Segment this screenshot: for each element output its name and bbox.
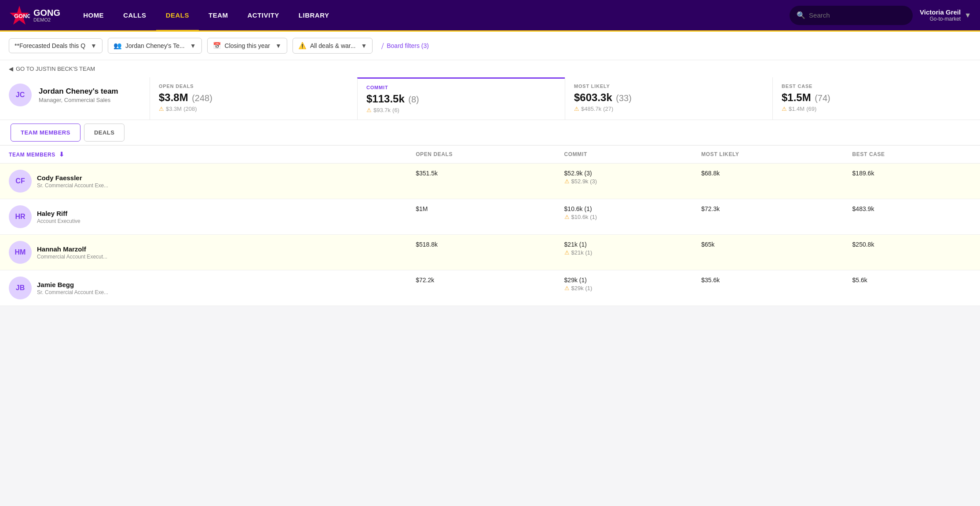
most-likely-sub-amount: $485.7k	[581, 106, 601, 112]
team-section: ◀ GO TO JUSTIN BECK'S TEAM JC Jordan Che…	[0, 60, 980, 306]
best-case-cell: $250.8k	[844, 235, 980, 270]
commit-cell: $21k (1) ⚠ $21k (1)	[556, 235, 693, 270]
open-deals-cell: $351.5k	[407, 164, 555, 199]
most-likely-cell: $35.6k	[692, 270, 843, 306]
col-header-members: TEAM MEMBERS ⬇	[0, 146, 407, 164]
gong-logo-icon: GONG	[9, 5, 30, 26]
team-filter-icon: 👥	[113, 42, 122, 50]
most-likely-cell: $65k	[692, 235, 843, 270]
warning-filter-icon: ⚠️	[298, 42, 307, 50]
nav-activity[interactable]: ACTIVITY	[238, 0, 289, 31]
commit-cell: $10.6k (1) ⚠ $10.6k (1)	[556, 199, 693, 235]
most-likely-sub-count: (27)	[603, 106, 613, 112]
search-icon: 🔍	[797, 11, 805, 19]
most-likely-stat: MOST LIKELY $603.3k (33) ⚠ $485.7k (27)	[565, 77, 772, 120]
member-name: Haley Riff	[37, 210, 80, 217]
table-row[interactable]: HR Haley Riff Account Executive $1M $10.…	[0, 199, 980, 235]
open-deals-amount: $3.8M	[159, 91, 188, 103]
calendar-icon: 📅	[213, 42, 221, 50]
table-row[interactable]: HM Hannah Marzolf Commercial Account Exe…	[0, 235, 980, 270]
most-likely-cell: $72.3k	[692, 199, 843, 235]
search-bar[interactable]: 🔍	[790, 6, 913, 25]
best-case-cell: $483.9k	[844, 199, 980, 235]
svg-text:GONG: GONG	[14, 13, 30, 19]
best-case-warn-icon: ⚠	[782, 106, 787, 112]
search-input[interactable]	[809, 11, 897, 19]
team-role: Manager, Commercial Sales	[39, 97, 118, 103]
open-deals-label: OPEN DEALS	[159, 84, 348, 89]
table-row[interactable]: JB Jamie Begg Sr. Commercial Account Exe…	[0, 270, 980, 306]
nav-home[interactable]: HOME	[73, 0, 113, 31]
open-deals-warn-icon: ⚠	[159, 106, 164, 112]
member-cell: JB Jamie Begg Sr. Commercial Account Exe…	[9, 277, 398, 299]
user-menu-chevron: ▼	[964, 11, 971, 19]
top-navigation: GONG GONG DEMO2 HOME CALLS DEALS TEAM AC…	[0, 0, 980, 32]
commit-amount: $113.5k	[366, 93, 405, 105]
team-members-table: TEAM MEMBERS ⬇ OPEN DEALS COMMIT MOST LI…	[0, 146, 980, 306]
sort-icon[interactable]: ⬇	[59, 151, 65, 158]
nav-team[interactable]: TEAM	[199, 0, 238, 31]
warn-icon: ⚠	[564, 285, 570, 291]
member-cell: CF Cody Faessler Sr. Commercial Account …	[9, 170, 398, 193]
commit-warn-cell: ⚠ $21k (1)	[564, 249, 684, 256]
best-case-label: BEST CASE	[782, 84, 971, 89]
open-deals-sub-amount: $3.3M	[166, 106, 182, 112]
member-avatar: HM	[9, 241, 32, 264]
col-header-open-deals: OPEN DEALS	[407, 146, 555, 164]
logo-demo: DEMO2	[33, 17, 60, 22]
board-filters-button[interactable]: ⧸ Board filters (3)	[381, 42, 429, 50]
member-cell: HR Haley Riff Account Executive	[9, 205, 398, 228]
best-case-amount: $1.5M	[782, 91, 811, 103]
open-deals-cell: $518.8k	[407, 235, 555, 270]
logo-area[interactable]: GONG GONG DEMO2	[9, 5, 60, 26]
tab-bar: TEAM MEMBERS DEALS	[0, 120, 980, 146]
date-filter-chevron: ▼	[275, 42, 282, 49]
most-likely-count: (33)	[616, 93, 632, 103]
date-filter-label: Closing this year	[225, 42, 271, 49]
commit-warn-icon: ⚠	[366, 107, 372, 113]
nav-calls[interactable]: CALLS	[113, 0, 156, 31]
member-avatar: JB	[9, 277, 32, 299]
user-menu[interactable]: Victoria Greil Go-to-market ▼	[920, 8, 971, 22]
back-link[interactable]: ◀ GO TO JUSTIN BECK'S TEAM	[9, 66, 971, 72]
col-header-commit: COMMIT	[556, 146, 693, 164]
logo-text: GONG	[33, 8, 60, 17]
member-role: Account Executive	[37, 218, 80, 224]
tab-deals[interactable]: DEALS	[84, 124, 125, 142]
team-name: Jordan Cheney's team	[39, 87, 118, 96]
open-deals-cell: $72.2k	[407, 270, 555, 306]
data-table-container: TEAM MEMBERS ⬇ OPEN DEALS COMMIT MOST LI…	[0, 146, 980, 306]
team-filter-dropdown[interactable]: 👥 Jordan Cheney's Te... ▼	[108, 38, 202, 54]
open-deals-sub-count: (208)	[183, 106, 197, 112]
warning-filter-chevron: ▼	[361, 42, 367, 49]
commit-cell: $52.9k (3) ⚠ $52.9k (3)	[556, 164, 693, 199]
deal-filter-label: **Forecasted Deals this Q	[15, 42, 85, 49]
best-case-sub-amount: $1.4M	[789, 106, 804, 112]
best-case-cell: $189.6k	[844, 164, 980, 199]
date-filter-dropdown[interactable]: 📅 Closing this year ▼	[207, 38, 287, 54]
best-case-sub-count: (69)	[806, 106, 816, 112]
best-case-cell: $5.6k	[844, 270, 980, 306]
commit-warn-cell: ⚠ $10.6k (1)	[564, 214, 684, 220]
team-filter-chevron: ▼	[190, 42, 196, 49]
member-name: Hannah Marzolf	[37, 245, 107, 253]
nav-deals[interactable]: DEALS	[156, 0, 199, 31]
back-arrow-icon: ◀	[9, 66, 13, 72]
commit-sub-count: (6)	[392, 107, 399, 113]
open-deals-count: (248)	[192, 93, 212, 103]
commit-sub-amount: $93.7k	[373, 107, 391, 113]
tab-team-members[interactable]: TEAM MEMBERS	[11, 124, 80, 142]
deal-filter-dropdown[interactable]: **Forecasted Deals this Q ▼	[9, 38, 102, 53]
user-role: Go-to-market	[929, 16, 961, 22]
board-filters-label: Board filters (3)	[387, 42, 429, 49]
commit-cell: $29k (1) ⚠ $29k (1)	[556, 270, 693, 306]
warning-filter-dropdown[interactable]: ⚠️ All deals & war... ▼	[293, 38, 373, 54]
table-row[interactable]: CF Cody Faessler Sr. Commercial Account …	[0, 164, 980, 199]
open-deals-cell: $1M	[407, 199, 555, 235]
member-avatar: CF	[9, 170, 32, 193]
nav-library[interactable]: LIBRARY	[289, 0, 339, 31]
member-role: Sr. Commercial Account Exe...	[37, 289, 108, 295]
warning-filter-label: All deals & war...	[310, 42, 356, 49]
warn-icon: ⚠	[564, 178, 570, 185]
most-likely-cell: $68.8k	[692, 164, 843, 199]
